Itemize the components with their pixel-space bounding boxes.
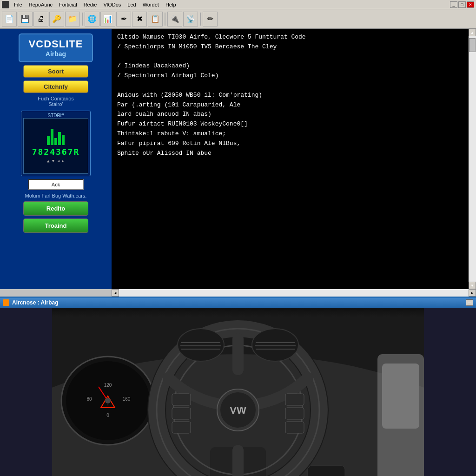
svg-rect-39 (52, 308, 424, 317)
app-icon (2, 1, 9, 8)
vcds-logo: VCDSLITE Airbag (19, 33, 93, 62)
std-display: STDRl# 7824367R ▲ ▼ ◄ ► (21, 111, 91, 176)
bar-4 (58, 132, 61, 145)
bottom-title: Aircnose : Airbag (12, 299, 59, 306)
ack-input[interactable] (28, 179, 84, 190)
svg-rect-22 (172, 394, 191, 405)
maximize-button[interactable]: □ (458, 1, 466, 8)
tb-globe[interactable]: 🌐 (85, 12, 99, 26)
menu-repodunc[interactable]: RepoAunc (26, 2, 55, 7)
std-screen: 7824367R ▲ ▼ ◄ ► (23, 118, 88, 174)
car-image-area: 120 80 160 0 ! (0, 308, 476, 476)
redito-button[interactable]: Redlto (23, 201, 88, 216)
std-bottom-row: ▲ ▼ ◄ ► (47, 159, 65, 163)
h-scroll-right[interactable]: ► (469, 289, 476, 297)
tb-close[interactable]: ✖ (132, 12, 147, 26)
tb-print[interactable]: 🖨 (33, 12, 48, 26)
svg-point-11 (105, 398, 111, 403)
tb-folder[interactable]: 📁 (65, 12, 80, 26)
menu-led[interactable]: Led (125, 2, 139, 7)
window-controls: _ □ ✕ (450, 1, 474, 8)
menu-bar: File RepoAunc Forticial Redie VlODos Led… (0, 0, 476, 9)
menu-forticial[interactable]: Forticial (56, 2, 80, 7)
close-button[interactable]: ✕ (467, 1, 474, 8)
menu-help[interactable]: Help (163, 2, 179, 7)
svg-point-29 (252, 329, 298, 361)
std-bars (47, 129, 65, 145)
menu-redie[interactable]: Redie (81, 2, 100, 7)
svg-rect-27 (285, 422, 304, 433)
svg-rect-23 (172, 408, 191, 419)
svg-text:160: 160 (123, 397, 131, 402)
svg-rect-17 (232, 333, 244, 375)
tb-clip[interactable]: 📋 (148, 12, 163, 26)
menu-wordet[interactable]: Wordet (140, 2, 162, 7)
tb-plug[interactable]: 🔌 (167, 12, 182, 26)
svg-rect-25 (285, 394, 304, 405)
bottom-title-bar: Aircnose : Airbag ─ (0, 298, 476, 308)
bottom-win-icon (3, 299, 9, 306)
bottom-minimize-button[interactable]: ─ (466, 299, 473, 306)
svg-text:!: ! (107, 403, 108, 407)
tb-pen[interactable]: ✒ (116, 12, 131, 26)
tb-chart[interactable]: 📊 (100, 12, 115, 26)
svg-text:120: 120 (104, 383, 112, 388)
std-label: STDRl# (23, 113, 88, 118)
std-number: 7824367R (32, 147, 80, 157)
svg-text:80: 80 (86, 397, 92, 402)
bar-2 (51, 129, 53, 145)
bar-5 (62, 135, 65, 145)
svg-rect-38 (308, 466, 345, 476)
svg-rect-26 (285, 408, 304, 419)
main-area: VCDSLITE Airbag Soort Cltchnfy Fuch Comt… (0, 29, 476, 289)
scroll-thumb[interactable] (469, 38, 476, 52)
bar-1 (47, 136, 50, 145)
scroll-down-arrow[interactable]: ▼ (469, 282, 476, 289)
horizontal-scrollbar: ◄ ► (0, 289, 476, 297)
tb-key[interactable]: 🔑 (49, 12, 64, 26)
toolbar-separator-2 (165, 13, 165, 26)
vcds-logo-text: VCDSLITE (26, 38, 86, 50)
tb-signal[interactable]: 📡 (183, 12, 198, 26)
menu-items: File RepoAunc Forticial Redie VlODos Led… (11, 2, 179, 7)
bar-3 (54, 138, 57, 145)
menu-file[interactable]: File (11, 2, 25, 7)
toolbar-separator-1 (82, 13, 83, 26)
soort-button[interactable]: Soort (23, 65, 88, 78)
car-dashboard-svg: 120 80 160 0 ! (52, 308, 424, 476)
h-scroll-track[interactable] (119, 289, 469, 297)
scroll-track[interactable] (469, 36, 476, 282)
svg-rect-18 (232, 445, 244, 476)
tb-save[interactable]: 💾 (18, 12, 33, 26)
vertical-scrollbar[interactable]: ▲ ▼ (469, 29, 476, 289)
svg-point-28 (178, 329, 224, 361)
sidebar: VCDSLITE Airbag Soort Cltchnfy Fuch Comt… (0, 29, 112, 289)
clichnfy-button[interactable]: Cltchnfy (23, 80, 88, 93)
h-scroll-left[interactable]: ◄ (112, 289, 119, 297)
svg-text:VW: VW (230, 404, 246, 416)
scroll-up-arrow[interactable]: ▲ (469, 29, 476, 36)
toolbar-separator-3 (200, 13, 201, 26)
toolbar: 📄 💾 🖨 🔑 📁 🌐 📊 ✒ ✖ 📋 🔌 📡 ✏ (0, 9, 476, 29)
troaind-button[interactable]: Troaind (23, 218, 88, 233)
console-area: Cltsdo Namuse TI030 Airfo, Clecwore 5 Fu… (112, 29, 476, 289)
menu-vlodos[interactable]: VlODos (100, 2, 124, 7)
bottom-window: Aircnose : Airbag ─ 120 80 160 0 ! (0, 297, 476, 476)
svg-rect-37 (382, 364, 419, 429)
console-text: Cltsdo Namuse TI030 Airfo, Clecwore 5 Fu… (117, 33, 470, 158)
tb-new[interactable]: 📄 (2, 12, 17, 26)
svg-text:0: 0 (106, 413, 109, 418)
svg-rect-24 (172, 422, 191, 433)
minimize-button[interactable]: _ (450, 1, 457, 8)
bottom-title-controls: ─ (466, 299, 473, 306)
tb-edit[interactable]: ✏ (203, 12, 218, 26)
sidebar-info-label: Molum Farl Bug Wath.cars. (25, 193, 87, 198)
vcds-logo-sub: Airbag (26, 50, 86, 58)
fuch-label: Fuch Comtarios Stairo' (38, 96, 74, 107)
